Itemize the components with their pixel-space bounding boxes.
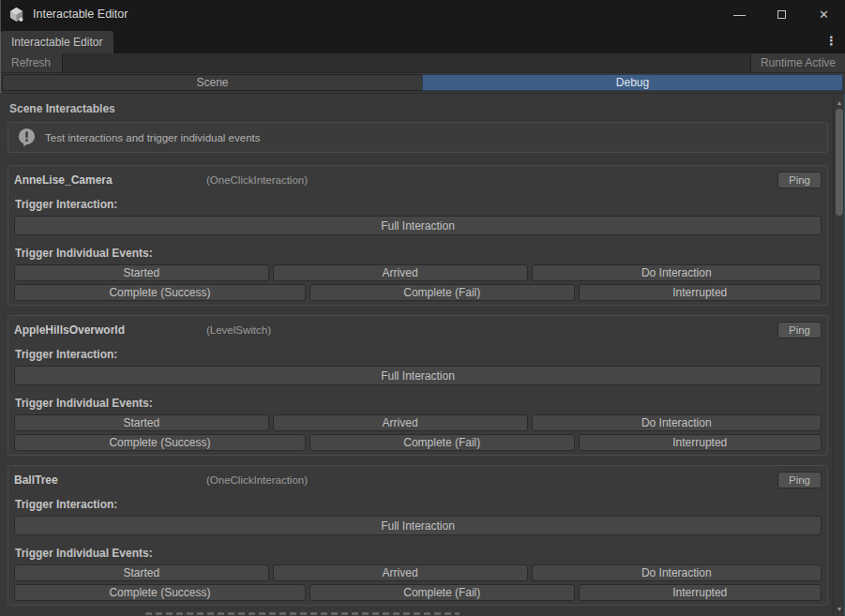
debug-toggle-button[interactable]: Debug <box>422 74 843 91</box>
scroll-up-icon: ▲ <box>837 99 843 106</box>
interrupted-button[interactable]: Interrupted <box>579 284 822 301</box>
scene-toggle-button[interactable]: Scene <box>2 74 422 91</box>
help-text: Test interactions and trigger individual… <box>45 132 261 143</box>
interactable-section-annelise-camera: AnneLise_Camera (OneClickInteraction) Pi… <box>8 165 828 306</box>
tab-interactable-editor[interactable]: Interactable Editor <box>0 31 113 53</box>
trigger-interaction-label: Trigger Interaction: <box>15 198 821 211</box>
window-edge-highlight-left <box>0 0 1 94</box>
complete-success-button[interactable]: Complete (Success) <box>14 434 306 451</box>
tab-bar: Interactable Editor ⋮ <box>0 28 845 53</box>
event-button-row: Complete (Success) Complete (Fail) Inter… <box>14 284 822 301</box>
event-button-row: Complete (Success) Complete (Fail) Inter… <box>14 434 822 451</box>
view-toggle: Scene Debug <box>0 73 845 94</box>
tab-label: Interactable Editor <box>11 36 102 49</box>
toolbar: Refresh Runtime Active <box>0 53 845 73</box>
ping-button[interactable]: Ping <box>777 172 822 188</box>
runtime-active-indicator: Runtime Active <box>750 53 845 72</box>
event-button-row: Started Arrived Do Interaction <box>14 564 822 581</box>
full-interaction-button[interactable]: Full Interaction <box>14 216 822 235</box>
scroll-down-icon: ▼ <box>837 606 843 612</box>
panel-title: Scene Interactables <box>9 102 828 116</box>
refresh-button[interactable]: Refresh <box>0 53 63 72</box>
close-button[interactable]: ✕ <box>803 0 845 28</box>
maximize-button[interactable] <box>761 0 803 28</box>
started-button[interactable]: Started <box>14 264 269 281</box>
help-box: Test interactions and trigger individual… <box>8 122 828 153</box>
minimize-button[interactable]: — <box>718 0 761 28</box>
interactable-section-balltree: BallTree (OneClickInteraction) Ping Trig… <box>8 465 828 606</box>
window-title: Interactable Editor <box>33 8 128 21</box>
do-interaction-button[interactable]: Do Interaction <box>532 414 822 431</box>
full-interaction-button[interactable]: Full Interaction <box>14 516 822 535</box>
complete-success-button[interactable]: Complete (Success) <box>14 584 306 601</box>
complete-fail-button[interactable]: Complete (Fail) <box>309 284 575 301</box>
trigger-interaction-label: Trigger Interaction: <box>15 348 821 361</box>
interrupted-button[interactable]: Interrupted <box>579 434 822 451</box>
trigger-events-label: Trigger Individual Events: <box>15 547 821 560</box>
complete-fail-button[interactable]: Complete (Fail) <box>309 434 575 451</box>
interactable-type: (LevelSwitch) <box>206 324 777 336</box>
kebab-menu-icon: ⋮ <box>825 34 837 48</box>
window-controls: — ✕ <box>718 0 845 28</box>
unity-cube-icon <box>8 7 24 23</box>
minimize-icon: — <box>733 8 746 22</box>
interactable-type: (OneClickInteraction) <box>206 174 777 186</box>
close-icon: ✕ <box>819 8 829 22</box>
event-button-row: Complete (Success) Complete (Fail) Inter… <box>14 584 822 601</box>
tab-menu-button[interactable]: ⋮ <box>818 34 845 48</box>
ping-button[interactable]: Ping <box>777 322 822 338</box>
info-bubble-icon <box>17 128 37 147</box>
event-button-row: Started Arrived Do Interaction <box>14 264 822 281</box>
arrived-button[interactable]: Arrived <box>273 564 528 581</box>
do-interaction-button[interactable]: Do Interaction <box>532 264 822 281</box>
complete-success-button[interactable]: Complete (Success) <box>14 284 306 301</box>
section-header: BallTree (OneClickInteraction) Ping <box>14 471 822 489</box>
section-header: AnneLise_Camera (OneClickInteraction) Pi… <box>14 171 822 189</box>
interactable-type: (OneClickInteraction) <box>206 474 777 486</box>
interactable-section-applehills-overworld: AppleHillsOverworld (LevelSwitch) Ping T… <box>8 315 828 456</box>
interrupted-button[interactable]: Interrupted <box>579 584 822 601</box>
interactable-name: AppleHillsOverworld <box>14 323 206 337</box>
scrollbar-thumb[interactable] <box>836 109 843 216</box>
trigger-events-label: Trigger Individual Events: <box>15 247 821 260</box>
section-header: AppleHillsOverworld (LevelSwitch) Ping <box>14 321 822 339</box>
interactable-name: AnneLise_Camera <box>14 173 206 187</box>
do-interaction-button[interactable]: Do Interaction <box>532 564 822 581</box>
arrived-button[interactable]: Arrived <box>273 264 528 281</box>
full-interaction-button[interactable]: Full Interaction <box>14 366 822 385</box>
event-button-row: Started Arrived Do Interaction <box>14 414 822 431</box>
started-button[interactable]: Started <box>14 564 269 581</box>
started-button[interactable]: Started <box>14 414 269 431</box>
scene-interactables-panel: Scene Interactables Test interactions an… <box>0 94 833 616</box>
ping-button[interactable]: Ping <box>777 472 822 488</box>
complete-fail-button[interactable]: Complete (Fail) <box>309 584 575 601</box>
trigger-events-label: Trigger Individual Events: <box>15 397 821 410</box>
interactable-name: BallTree <box>14 473 206 487</box>
trigger-interaction-label: Trigger Interaction: <box>15 498 821 511</box>
maximize-icon <box>777 10 786 19</box>
clipped-next-row <box>145 612 460 615</box>
window-titlebar: Interactable Editor — ✕ <box>0 0 845 28</box>
arrived-button[interactable]: Arrived <box>273 414 528 431</box>
